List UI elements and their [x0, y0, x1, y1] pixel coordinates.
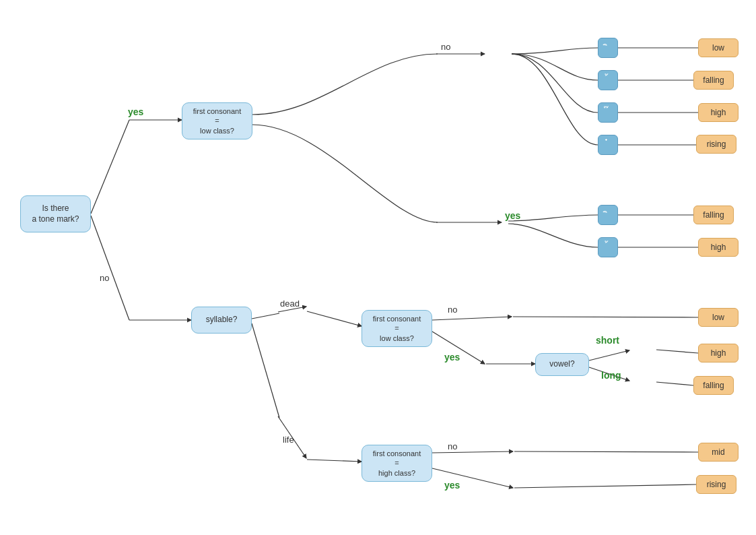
svg-line-21: [589, 350, 629, 360]
result-rising-1: rising: [696, 135, 736, 154]
first-consonant-low2-node: first consonant = low class?: [362, 310, 432, 347]
svg-line-18: [513, 317, 698, 317]
no-label-4: no: [448, 441, 457, 451]
result-falling-3: falling: [693, 376, 734, 395]
vowel-node: vowel?: [535, 353, 589, 376]
svg-line-14: [252, 323, 279, 418]
svg-line-27: [514, 451, 698, 452]
first-consonant-low-label: first consonant = low class?: [193, 106, 242, 135]
result-rising-2: rising: [696, 475, 736, 494]
dead-label: dead: [280, 298, 300, 309]
tone-symbol-6: ้: [598, 237, 618, 257]
svg-line-1: [91, 216, 129, 320]
result-low-1: low: [698, 38, 738, 57]
no-label-1: no: [100, 273, 109, 283]
result-high-3: high: [698, 344, 738, 363]
no-label-2: no: [441, 42, 450, 52]
first-consonant-high-node: first consonant = high class?: [362, 445, 432, 482]
tone-symbol-3: ๊: [598, 102, 618, 123]
yes-label-4: yes: [444, 480, 460, 491]
long-label: long: [601, 370, 621, 381]
svg-line-29: [514, 484, 696, 488]
svg-line-23: [656, 350, 698, 353]
no-label-3: no: [448, 305, 457, 315]
syllable-label: syllable?: [206, 315, 238, 325]
svg-line-26: [432, 451, 513, 453]
result-high-1: high: [698, 103, 738, 122]
syllable-node: syllable?: [191, 307, 252, 334]
svg-line-25: [307, 460, 362, 462]
result-falling-1: falling: [693, 71, 734, 90]
diagram: Is there a tone mark? yes no first conso…: [0, 0, 756, 535]
life-label: life: [283, 435, 294, 445]
yes-label-1: yes: [128, 106, 143, 117]
result-high-2: high: [698, 238, 738, 257]
svg-line-16: [307, 311, 362, 326]
svg-line-12: [252, 313, 279, 319]
tone-symbol-5: ิ: [598, 205, 618, 225]
svg-line-17: [432, 317, 512, 320]
result-mid-1: mid: [698, 443, 738, 462]
svg-line-0: [91, 120, 129, 214]
tone-symbol-2: ้: [598, 70, 618, 90]
root-label: Is there a tone mark?: [32, 203, 79, 224]
tone-symbol-4: ๋: [598, 135, 618, 155]
yes-label-3: yes: [444, 352, 460, 363]
svg-line-24: [656, 382, 693, 385]
vowel-label: vowel?: [549, 359, 574, 370]
result-low-2: low: [698, 308, 738, 327]
yes-label-2: yes: [505, 210, 520, 221]
root-node: Is there a tone mark?: [20, 195, 91, 232]
short-label: short: [596, 335, 619, 346]
first-consonant-low-node: first consonant = low class?: [182, 102, 252, 139]
result-falling-2: falling: [693, 206, 734, 224]
tone-symbol-1: ิ: [598, 38, 618, 58]
